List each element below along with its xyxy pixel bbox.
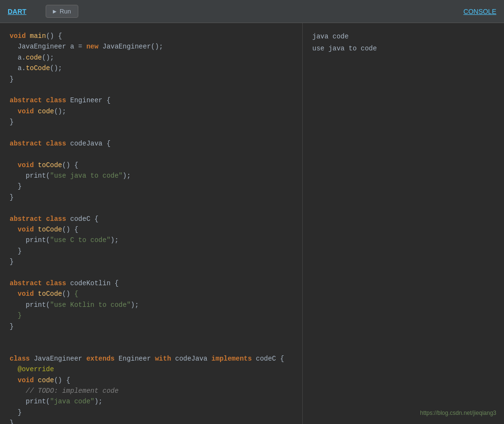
run-button[interactable]: ▶ Run bbox=[46, 5, 78, 18]
header: DART ▶ Run CONSOLE bbox=[0, 0, 504, 23]
play-icon: ▶ bbox=[53, 9, 57, 14]
run-button-label: Run bbox=[60, 8, 71, 15]
code-panel: void main() { JavaEngineer a = new JavaE… bbox=[0, 23, 303, 424]
console-tab[interactable]: CONSOLE bbox=[464, 8, 496, 15]
console-panel: java code use java to code https://blog.… bbox=[303, 23, 504, 424]
header-left: DART ▶ Run bbox=[8, 5, 78, 18]
console-output: java code use java to code bbox=[312, 31, 494, 55]
main-content: void main() { JavaEngineer a = new JavaE… bbox=[0, 23, 504, 424]
console-line-2: use java to code bbox=[312, 43, 494, 55]
dart-tab[interactable]: DART bbox=[8, 8, 26, 15]
console-line-1: java code bbox=[312, 31, 494, 43]
footer-link[interactable]: https://blog.csdn.net/jieqiang3 bbox=[420, 410, 496, 416]
code-editor[interactable]: void main() { JavaEngineer a = new JavaE… bbox=[10, 31, 293, 424]
